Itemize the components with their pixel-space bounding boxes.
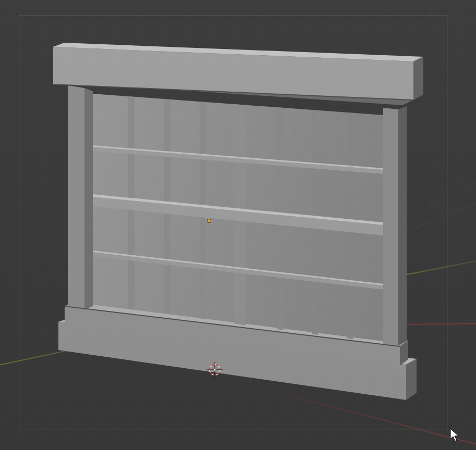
- object-origin-dot: [208, 219, 211, 222]
- blender-3d-viewport[interactable]: [0, 0, 476, 450]
- camera-frame: [19, 16, 447, 430]
- mouse-cursor-icon: [450, 428, 459, 442]
